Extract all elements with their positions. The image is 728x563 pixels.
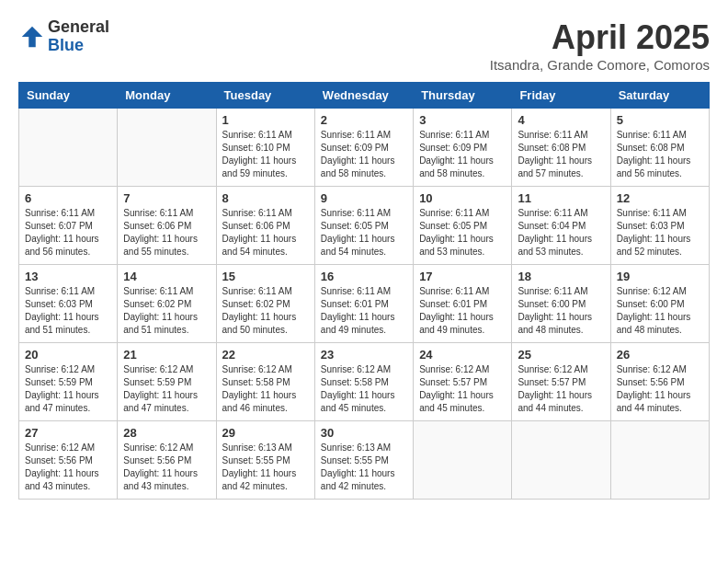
day-detail: Sunrise: 6:11 AM Sunset: 6:05 PM Dayligh… [419, 207, 506, 259]
calendar-cell: 3Sunrise: 6:11 AM Sunset: 6:09 PM Daylig… [414, 109, 512, 187]
day-detail: Sunrise: 6:12 AM Sunset: 5:58 PM Dayligh… [222, 363, 309, 415]
day-number: 26 [617, 348, 703, 362]
calendar-cell: 2Sunrise: 6:11 AM Sunset: 6:09 PM Daylig… [314, 109, 413, 187]
day-number: 20 [25, 348, 111, 362]
calendar-cell: 26Sunrise: 6:12 AM Sunset: 5:56 PM Dayli… [610, 343, 709, 421]
day-number: 24 [419, 348, 506, 362]
day-number: 8 [222, 191, 309, 205]
day-number: 22 [222, 348, 309, 362]
header-tuesday: Tuesday [216, 83, 314, 109]
day-detail: Sunrise: 6:11 AM Sunset: 6:01 PM Dayligh… [419, 285, 506, 337]
day-number: 1 [222, 113, 309, 127]
header-wednesday: Wednesday [314, 83, 413, 109]
calendar-cell: 16Sunrise: 6:11 AM Sunset: 6:01 PM Dayli… [314, 265, 413, 343]
logo-general: General [48, 18, 109, 37]
calendar-cell: 9Sunrise: 6:11 AM Sunset: 6:05 PM Daylig… [314, 187, 413, 265]
calendar-cell: 30Sunrise: 6:13 AM Sunset: 5:55 PM Dayli… [314, 421, 413, 500]
calendar-cell: 17Sunrise: 6:11 AM Sunset: 6:01 PM Dayli… [414, 265, 512, 343]
calendar-cell: 27Sunrise: 6:12 AM Sunset: 5:56 PM Dayli… [19, 421, 118, 500]
calendar-cell [118, 109, 216, 187]
day-detail: Sunrise: 6:12 AM Sunset: 5:56 PM Dayligh… [617, 363, 703, 415]
day-number: 25 [518, 348, 604, 362]
day-detail: Sunrise: 6:11 AM Sunset: 6:00 PM Dayligh… [518, 285, 604, 337]
day-number: 9 [321, 191, 407, 205]
day-detail: Sunrise: 6:11 AM Sunset: 6:10 PM Dayligh… [222, 129, 309, 180]
header-thursday: Thursday [414, 83, 512, 109]
calendar-cell: 12Sunrise: 6:11 AM Sunset: 6:03 PM Dayli… [610, 187, 709, 265]
calendar-cell [19, 109, 118, 187]
day-detail: Sunrise: 6:13 AM Sunset: 5:55 PM Dayligh… [321, 442, 407, 493]
header-monday: Monday [118, 83, 216, 109]
day-number: 14 [123, 270, 210, 283]
day-detail: Sunrise: 6:11 AM Sunset: 6:06 PM Dayligh… [123, 207, 210, 259]
day-number: 3 [419, 113, 506, 127]
day-number: 15 [222, 270, 309, 283]
day-number: 17 [419, 270, 506, 283]
calendar-cell: 10Sunrise: 6:11 AM Sunset: 6:05 PM Dayli… [414, 187, 512, 265]
day-number: 23 [321, 348, 407, 362]
day-number: 4 [518, 113, 604, 127]
day-detail: Sunrise: 6:11 AM Sunset: 6:03 PM Dayligh… [617, 207, 703, 259]
day-number: 7 [123, 191, 210, 205]
location: Itsandra, Grande Comore, Comoros [490, 57, 710, 73]
logo-icon [18, 23, 46, 51]
day-detail: Sunrise: 6:12 AM Sunset: 5:57 PM Dayligh… [518, 363, 604, 415]
title-block: April 2025 Itsandra, Grande Comore, Como… [490, 18, 710, 73]
header-friday: Friday [512, 83, 610, 109]
day-number: 18 [518, 270, 604, 283]
svg-marker-0 [22, 27, 43, 48]
day-number: 2 [321, 113, 407, 127]
day-detail: Sunrise: 6:12 AM Sunset: 5:58 PM Dayligh… [321, 363, 407, 415]
day-detail: Sunrise: 6:12 AM Sunset: 6:00 PM Dayligh… [617, 285, 703, 337]
calendar-cell: 15Sunrise: 6:11 AM Sunset: 6:02 PM Dayli… [216, 265, 314, 343]
calendar-cell: 13Sunrise: 6:11 AM Sunset: 6:03 PM Dayli… [19, 265, 118, 343]
day-detail: Sunrise: 6:11 AM Sunset: 6:03 PM Dayligh… [25, 285, 111, 337]
header-saturday: Saturday [610, 83, 709, 109]
calendar-week-2: 6Sunrise: 6:11 AM Sunset: 6:07 PM Daylig… [19, 187, 710, 265]
calendar-week-3: 13Sunrise: 6:11 AM Sunset: 6:03 PM Dayli… [19, 265, 710, 343]
logo-blue: Blue [48, 37, 109, 55]
calendar-cell: 14Sunrise: 6:11 AM Sunset: 6:02 PM Dayli… [118, 265, 216, 343]
month-title: April 2025 [490, 18, 710, 57]
day-number: 29 [222, 426, 309, 440]
day-detail: Sunrise: 6:11 AM Sunset: 6:06 PM Dayligh… [222, 207, 309, 259]
calendar-cell: 24Sunrise: 6:12 AM Sunset: 5:57 PM Dayli… [414, 343, 512, 421]
day-number: 27 [25, 426, 111, 440]
day-detail: Sunrise: 6:11 AM Sunset: 6:08 PM Dayligh… [518, 129, 604, 180]
day-number: 19 [617, 270, 703, 283]
day-number: 10 [419, 191, 506, 205]
day-detail: Sunrise: 6:12 AM Sunset: 5:59 PM Dayligh… [25, 363, 111, 415]
day-detail: Sunrise: 6:11 AM Sunset: 6:07 PM Dayligh… [25, 207, 111, 259]
day-detail: Sunrise: 6:12 AM Sunset: 5:59 PM Dayligh… [123, 363, 210, 415]
day-number: 11 [518, 191, 604, 205]
calendar-cell [610, 421, 709, 500]
calendar-cell: 1Sunrise: 6:11 AM Sunset: 6:10 PM Daylig… [216, 109, 314, 187]
calendar-cell: 23Sunrise: 6:12 AM Sunset: 5:58 PM Dayli… [314, 343, 413, 421]
day-detail: Sunrise: 6:11 AM Sunset: 6:09 PM Dayligh… [419, 129, 506, 180]
day-detail: Sunrise: 6:11 AM Sunset: 6:02 PM Dayligh… [123, 285, 210, 337]
day-number: 5 [617, 113, 703, 127]
day-number: 28 [123, 426, 210, 440]
logo-text: General Blue [48, 18, 109, 55]
calendar-cell: 21Sunrise: 6:12 AM Sunset: 5:59 PM Dayli… [118, 343, 216, 421]
calendar-cell: 11Sunrise: 6:11 AM Sunset: 6:04 PM Dayli… [512, 187, 610, 265]
day-number: 16 [321, 270, 407, 283]
calendar-cell: 4Sunrise: 6:11 AM Sunset: 6:08 PM Daylig… [512, 109, 610, 187]
calendar: SundayMondayTuesdayWednesdayThursdayFrid… [18, 82, 710, 500]
day-number: 6 [25, 191, 111, 205]
calendar-cell: 18Sunrise: 6:11 AM Sunset: 6:00 PM Dayli… [512, 265, 610, 343]
day-detail: Sunrise: 6:12 AM Sunset: 5:57 PM Dayligh… [419, 363, 506, 415]
calendar-cell: 19Sunrise: 6:12 AM Sunset: 6:00 PM Dayli… [610, 265, 709, 343]
calendar-cell [512, 421, 610, 500]
page-header: General Blue April 2025 Itsandra, Grande… [18, 18, 710, 73]
calendar-cell: 25Sunrise: 6:12 AM Sunset: 5:57 PM Dayli… [512, 343, 610, 421]
calendar-cell: 28Sunrise: 6:12 AM Sunset: 5:56 PM Dayli… [118, 421, 216, 500]
calendar-cell: 5Sunrise: 6:11 AM Sunset: 6:08 PM Daylig… [610, 109, 709, 187]
day-number: 12 [617, 191, 703, 205]
calendar-cell: 8Sunrise: 6:11 AM Sunset: 6:06 PM Daylig… [216, 187, 314, 265]
calendar-week-5: 27Sunrise: 6:12 AM Sunset: 5:56 PM Dayli… [19, 421, 710, 500]
day-number: 13 [25, 270, 111, 283]
calendar-cell: 29Sunrise: 6:13 AM Sunset: 5:55 PM Dayli… [216, 421, 314, 500]
day-detail: Sunrise: 6:13 AM Sunset: 5:55 PM Dayligh… [222, 442, 309, 493]
calendar-cell: 20Sunrise: 6:12 AM Sunset: 5:59 PM Dayli… [19, 343, 118, 421]
